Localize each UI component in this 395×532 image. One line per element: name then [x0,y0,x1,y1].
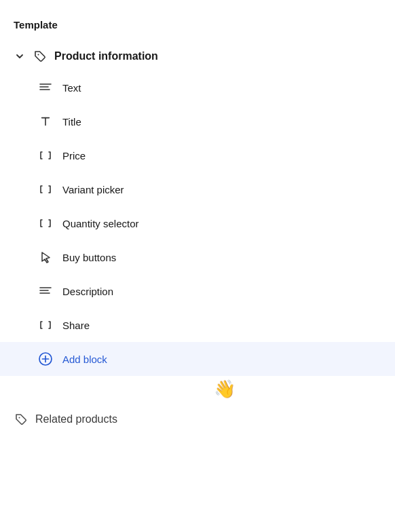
list-item-title[interactable]: Title [38,104,395,138]
add-block-label: Add block [62,354,107,365]
svg-point-0 [38,54,39,56]
bracket-corner-icon-4 [38,318,53,332]
tag-icon-related [14,412,29,427]
svg-point-12 [19,417,20,419]
item-label-title: Title [62,116,81,128]
list-item-price[interactable]: Price [38,138,395,172]
list-item-quantity-selector[interactable]: Quantity selector [38,206,395,240]
list-item-buy-buttons[interactable]: Buy buttons [38,240,395,274]
related-products-title: Related products [35,413,117,425]
product-info-title: Product information [54,50,158,62]
tag-icon [33,49,48,64]
bracket-corner-icon-2 [38,182,53,197]
items-list: Text Title [0,71,395,342]
list-item-text[interactable]: Text [38,71,395,104]
list-item-variant-picker[interactable]: Variant picker [38,172,395,206]
template-panel: Template Product information [0,0,395,447]
panel-title: Template [14,19,58,31]
item-label-quantity-selector: Quantity selector [62,218,139,229]
panel-header: Template [0,14,395,42]
cursor-icon [38,250,53,265]
lines-icon-2 [38,284,53,299]
item-label-text: Text [62,82,81,94]
related-products-section[interactable]: Related products [0,405,395,434]
cursor-hint: 👋 [0,376,395,405]
t-icon [38,114,53,129]
add-block-row[interactable]: Add block [0,342,395,376]
bracket-corner-icon-3 [38,216,53,231]
lines-icon [38,80,53,95]
list-item-description[interactable]: Description [38,274,395,308]
product-info-header[interactable]: Product information [0,42,395,71]
chevron-down-icon [14,50,26,62]
item-label-buy-buttons: Buy buttons [62,252,116,263]
list-item-share[interactable]: Share [38,308,395,342]
item-label-description: Description [62,286,113,297]
product-info-section: Product information Text [0,42,395,405]
plus-circle-icon [38,352,53,366]
item-label-share: Share [62,320,90,331]
item-label-price: Price [62,150,86,162]
bracket-corner-icon [38,148,53,163]
item-label-variant-picker: Variant picker [62,184,124,195]
